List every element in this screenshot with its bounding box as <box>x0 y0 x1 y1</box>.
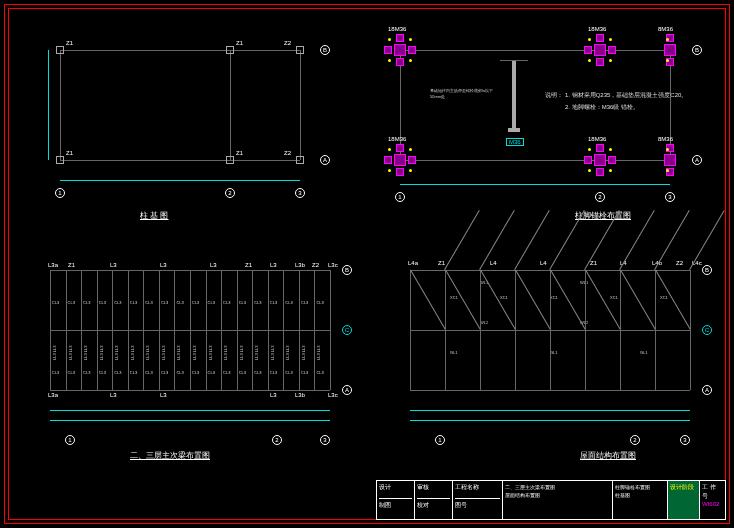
tb-drawing-name-1: 二、三层主次梁布置图 <box>505 483 610 491</box>
sec-beam-label: LL3 LL3 <box>68 346 73 360</box>
grid-bubble: 1 <box>395 192 405 202</box>
sec-beam-label: CL3 <box>130 300 137 305</box>
sec-beam-label: LL3 LL3 <box>52 346 57 360</box>
sec-beam-label: LL3 LL3 <box>83 346 88 360</box>
bolt-count: 18M36 <box>388 136 406 142</box>
anchor-bolt-cluster <box>586 146 614 174</box>
secondary-beam <box>128 270 129 390</box>
tie-label: GL1 <box>640 350 648 355</box>
sec-beam-label: CL3 <box>239 300 246 305</box>
grid-bubble: 2 <box>595 192 605 202</box>
secondary-beam <box>50 270 51 390</box>
note-1: 1. 钢材采用Q235，基础垫层混凝土强度C20。 <box>565 90 687 100</box>
panel-floor-beam-plan: CL3LL3 LL3CL3CL3LL3 LL3CL3CL3LL3 LL3CL3C… <box>20 250 350 460</box>
sec-beam-label: CL3 <box>285 370 292 375</box>
beam-label: L3 <box>160 262 167 268</box>
tb-drawing-no-label: 图号 <box>455 498 500 510</box>
secondary-beam <box>237 270 238 390</box>
beam-label: L3c <box>328 262 338 268</box>
panel-foundation-plan: Z1 Z1 Z2 Z1 Z1 Z2 1 2 3 A B 柱 基 图 <box>20 20 340 220</box>
anchor-bolt-cluster <box>656 36 684 64</box>
brace-label: XC1 <box>610 295 618 300</box>
grid-bubble: 3 <box>665 192 675 202</box>
grid-bubble: B <box>320 45 330 55</box>
sec-beam-label: CL3 <box>192 300 199 305</box>
anchor-bolt-cluster <box>386 36 414 64</box>
sec-beam-label: LL3 LL3 <box>176 346 181 360</box>
secondary-beam <box>159 270 160 390</box>
grid-bubble: A <box>342 385 352 395</box>
sec-beam-label: CL3 <box>52 300 59 305</box>
sec-beam-label: CL3 <box>223 370 230 375</box>
secondary-beam <box>143 270 144 390</box>
tb-design-label: 设计 <box>379 483 412 492</box>
brace-label: XC1 <box>450 295 458 300</box>
anchor-bolt-cluster <box>586 36 614 64</box>
secondary-beam <box>252 270 253 390</box>
sec-beam-label: CL3 <box>114 370 121 375</box>
grid-bubble: B <box>702 265 712 275</box>
tie-label: GL1 <box>550 350 558 355</box>
grid-bubble: 3 <box>295 188 305 198</box>
sec-beam-label: CL3 <box>68 300 75 305</box>
tb-job-number: WI602 <box>702 501 723 507</box>
grid-bubble: 1 <box>55 188 65 198</box>
sec-beam-label: CL3 <box>285 300 292 305</box>
grid-bubble: B <box>692 45 702 55</box>
grid-bubble: A <box>692 155 702 165</box>
beam-label: L3 <box>270 392 277 398</box>
sec-beam-label: CL3 <box>301 300 308 305</box>
sec-beam-label: LL3 LL3 <box>301 346 306 360</box>
anchor-bolt-cluster <box>656 146 684 174</box>
beam-label: Z2 <box>676 260 683 266</box>
sec-beam-label: LL3 LL3 <box>99 346 104 360</box>
grid-bubble: 2 <box>225 188 235 198</box>
beam-label: L3 <box>210 262 217 268</box>
sec-beam-label: LL3 LL3 <box>254 346 259 360</box>
tb-review-label: 审核 <box>417 483 450 492</box>
sec-beam-label: CL3 <box>223 300 230 305</box>
secondary-beam <box>283 270 284 390</box>
sec-beam-label: CL3 <box>176 370 183 375</box>
titleblock: 设计 制图 审核 校对 工程名称 图号 二、三层主次梁布置图 屋面结构布置图 柱… <box>376 480 726 520</box>
secondary-beam <box>174 270 175 390</box>
col-label: Z2 <box>284 150 291 156</box>
col-label: Z2 <box>284 40 291 46</box>
brace-label: XC1 <box>550 295 558 300</box>
sec-beam-label: LL3 LL3 <box>223 346 228 360</box>
tb-project-label: 工程名称 <box>455 483 500 492</box>
beam-label: L4a <box>408 260 418 266</box>
brace-label: XC1 <box>500 295 508 300</box>
sec-beam-label: CL3 <box>316 370 323 375</box>
sec-beam-label: LL3 LL3 <box>239 346 244 360</box>
sec-beam-label: CL3 <box>99 300 106 305</box>
sec-beam-label: CL3 <box>208 370 215 375</box>
beam-label: L4 <box>540 260 547 266</box>
roof-bay-line <box>515 270 516 390</box>
sec-beam-label: CL3 <box>176 300 183 305</box>
tb-draft-label: 制图 <box>379 498 412 510</box>
anchor-section-detail: M36 <box>500 60 530 150</box>
sec-beam-label: CL3 <box>68 370 75 375</box>
sec-beam-label: LL3 LL3 <box>316 346 321 360</box>
sec-beam-label: CL3 <box>145 370 152 375</box>
grid-bubble: C <box>702 325 712 335</box>
sec-beam-label: LL3 LL3 <box>285 346 290 360</box>
grid-bubble: A <box>320 155 330 165</box>
horz-label: WL2 <box>480 320 488 325</box>
bolt-count: 8M36 <box>658 136 673 142</box>
roof-bay-line <box>445 270 446 390</box>
sec-beam-label: LL3 LL3 <box>130 346 135 360</box>
sec-beam-label: CL3 <box>254 370 261 375</box>
secondary-beam <box>268 270 269 390</box>
sec-beam-label: LL3 LL3 <box>114 346 119 360</box>
grid-bubble: A <box>702 385 712 395</box>
roof-brace <box>620 269 656 329</box>
sec-beam-label: CL3 <box>270 300 277 305</box>
col-label: Z1 <box>236 150 243 156</box>
roof-bay-line <box>550 270 551 390</box>
tb-job-label: 工 作 号 <box>702 483 723 501</box>
tb-drawing-name-4: 柱基图 <box>615 491 665 499</box>
tb-drawing-name-3: 屋面结构布置图 <box>505 491 610 499</box>
sec-beam-label: LL3 LL3 <box>208 346 213 360</box>
